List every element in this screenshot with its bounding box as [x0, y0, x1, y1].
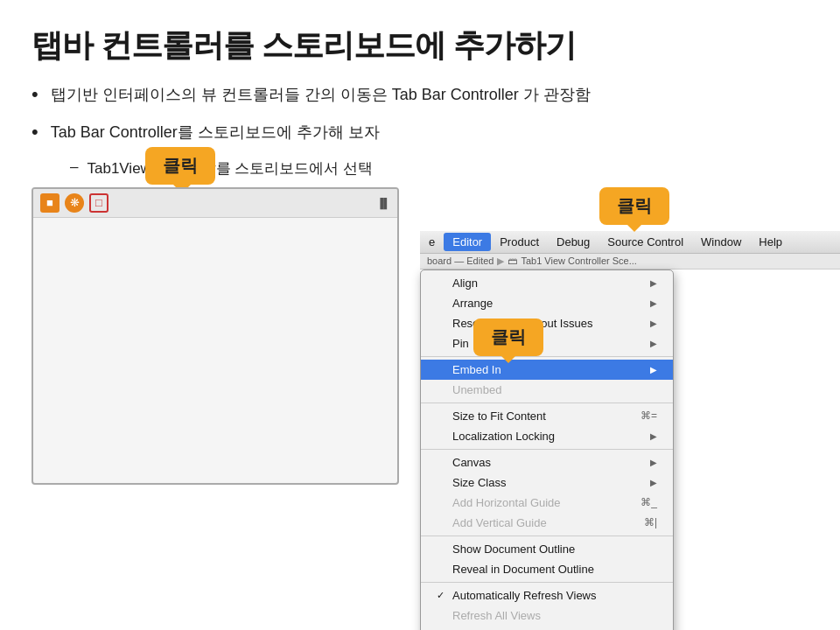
menu-arrow-pin: ▶ — [650, 339, 657, 348]
menu-arrow-sizeclass: ▶ — [650, 478, 657, 487]
dropdown-menu: Align ▶ Arrange ▶ Resolve Auto Layout Is… — [420, 270, 674, 630]
storyboard-wrap: 클릭 ■ ❋ □ ▐▌ — [32, 187, 399, 630]
menu-item-embed-in[interactable]: Embed In ▶ — [421, 360, 673, 380]
menu-section-2: 클릭 Embed In ▶ Unembed — [421, 357, 673, 403]
menu-item-resolve[interactable]: Resolve Auto Layout Issues ▶ — [421, 313, 673, 333]
menubar-item-debug[interactable]: Debug — [548, 233, 598, 251]
menu-label-unembed: Unembed — [452, 383, 657, 396]
menu-check-auto-refresh: ✓ — [437, 590, 449, 601]
menu-label-hguide: Add Horizontal Guide — [452, 496, 632, 509]
toolbar-icon-2: ❋ — [65, 193, 84, 213]
storyboard-toolbar: ■ ❋ □ ▐▌ — [33, 189, 397, 218]
menu-item-vguide: Add Vertical Guide ⌘| — [421, 513, 673, 533]
embedin-callout-wrap: 클릭 — [473, 318, 543, 356]
menu-item-unembed: Unembed — [421, 380, 673, 400]
menu-arrow-arrange: ▶ — [650, 298, 657, 308]
sub-dash: – — [70, 158, 78, 176]
menubar-item-source-control[interactable]: Source Control — [598, 233, 692, 251]
menu-shortcut-vguide: ⌘| — [644, 516, 657, 528]
menu-label-vguide: Add Vertical Guide — [452, 516, 635, 529]
page-title: 탭바 컨트롤러를 스토리보드에 추가하기 — [0, 0, 840, 83]
bullet-text-2: Tab Bar Controller를 스토리보드에 추가해 보자 — [51, 121, 380, 144]
menu-item-arrange[interactable]: Arrange ▶ — [421, 293, 673, 313]
menu-label-loc: Localization Locking — [452, 430, 645, 443]
storyboard-box: ■ ❋ □ ▐▌ — [32, 187, 399, 485]
menu-label-embed: Embed In — [452, 363, 645, 376]
menu-item-reveal-outline[interactable]: Reveal in Document Outline — [421, 559, 673, 579]
menu-section-3: Size to Fit Content ⌘= Localization Lock… — [421, 403, 673, 450]
battery-icon: ▐▌ — [376, 198, 390, 208]
menu-item-align[interactable]: Align ▶ — [421, 273, 673, 293]
editor-callout-wrap: 클릭 — [599, 187, 669, 225]
bullet-dot-1: • — [32, 81, 38, 108]
menu-label-size: Size to Fit Content — [452, 410, 632, 423]
menu-item-localization[interactable]: Localization Locking ▶ — [421, 426, 673, 446]
menu-item-canvas[interactable]: Canvas ▶ — [421, 452, 673, 472]
breadcrumb-board: board — Edited — [427, 256, 494, 266]
menu-item-size-fit[interactable]: Size to Fit Content ⌘= — [421, 406, 673, 426]
menu-section-6: ✓ Automatically Refresh Views Refresh Al… — [421, 583, 673, 630]
menu-label-auto-refresh: Automatically Refresh Views — [452, 589, 657, 602]
menu-item-debug-views: Debug Selected Views — [421, 626, 673, 630]
menubar-item-editor[interactable]: Editor — [444, 233, 491, 251]
menu-shortcut-hguide: ⌘_ — [640, 496, 657, 508]
menu-item-auto-refresh[interactable]: ✓ Automatically Refresh Views — [421, 585, 673, 606]
right-panel: 클릭 e Editor Product Debug Source Control… — [420, 187, 840, 630]
menu-arrow-canvas: ▶ — [650, 458, 657, 467]
menu-section-4: Canvas ▶ Size Class ▶ Add Horizontal Gui… — [421, 450, 673, 536]
menu-arrow-resolve: ▶ — [650, 318, 657, 328]
menus-row: Align ▶ Arrange ▶ Resolve Auto Layout Is… — [420, 270, 840, 630]
embedin-callout: 클릭 — [473, 318, 543, 356]
toolbar-icon-1: ■ — [40, 193, 60, 213]
menu-item-sizeclass[interactable]: Size Class ▶ — [421, 472, 673, 493]
menu-section-5: Show Document Outline Reveal in Document… — [421, 536, 673, 583]
bullet-text-1: 탭기반 인터페이스의 뷰 컨트롤러들 간의 이동은 Tab Bar Contro… — [51, 83, 591, 107]
breadcrumb-bar: board — Edited ▶ 🗃 Tab1 View Controller … — [420, 254, 840, 270]
menu-label-refresh-all: Refresh All Views — [452, 609, 657, 622]
storyboard-body — [33, 218, 397, 472]
storyboard-callout: 클릭 — [145, 147, 215, 185]
menu-shortcut-size: ⌘= — [640, 410, 657, 422]
menubar-item-help[interactable]: Help — [750, 233, 791, 251]
menu-label-sizeclass: Size Class — [452, 476, 645, 489]
menu-item-refresh-all: Refresh All Views — [421, 606, 673, 626]
menu-label-canvas: Canvas — [452, 456, 645, 469]
bullet-dot-2: • — [32, 119, 38, 146]
menu-arrow-embed: ▶ — [650, 365, 657, 374]
editor-callout: 클릭 — [599, 187, 669, 225]
sub-bullet-text: Tab1ViewController를 스토리보드에서 선택 — [87, 158, 373, 178]
menu-arrow-loc: ▶ — [650, 431, 657, 441]
menu-label-align: Align — [452, 276, 645, 290]
breadcrumb-sep-1: ▶ — [497, 256, 504, 267]
breadcrumb-folder-icon: 🗃 — [508, 256, 517, 266]
menu-label-show-outline: Show Document Outline — [452, 542, 657, 556]
menubar-item-product[interactable]: Product — [491, 233, 548, 251]
menubar-item-e[interactable]: e — [420, 233, 444, 251]
menu-item-hguide: Add Horizontal Guide ⌘_ — [421, 493, 673, 513]
breadcrumb-scene: Tab1 View Controller Sce... — [521, 256, 636, 266]
menu-label-arrange: Arrange — [452, 297, 645, 310]
bullet-item-2: • Tab Bar Controller를 스토리보드에 추가해 보자 — [32, 121, 808, 146]
toolbar-icon-3: □ — [89, 193, 108, 213]
bullet-list: • 탭기반 인터페이스의 뷰 컨트롤러들 간의 이동은 Tab Bar Cont… — [0, 83, 840, 178]
menu-section-1: Align ▶ Arrange ▶ Resolve Auto Layout Is… — [421, 270, 673, 357]
menu-item-pin[interactable]: Pin ▶ — [421, 333, 673, 354]
menu-arrow-align: ▶ — [650, 278, 657, 288]
menu-item-show-outline[interactable]: Show Document Outline — [421, 539, 673, 559]
menu-label-reveal-outline: Reveal in Document Outline — [452, 563, 657, 576]
bullet-item-1: • 탭기반 인터페이스의 뷰 컨트롤러들 간의 이동은 Tab Bar Cont… — [32, 83, 808, 108]
menubar-item-window[interactable]: Window — [692, 233, 750, 251]
